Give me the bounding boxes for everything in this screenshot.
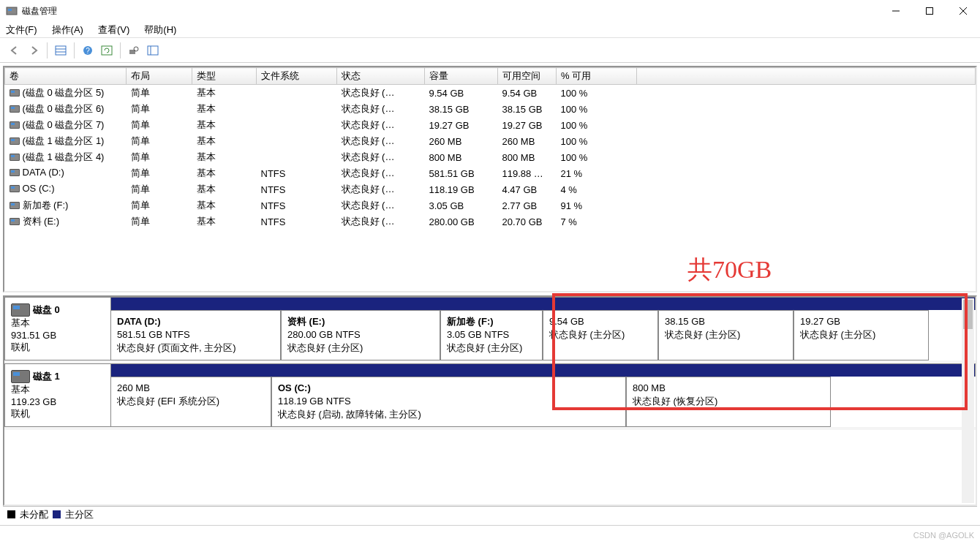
cell-status: 状态良好 (… [337,214,425,230]
cell-fs: NTFS [257,214,337,230]
close-button[interactable] [946,0,980,22]
disk-icon [11,370,30,383]
menu-help[interactable]: 帮助(H) [144,23,176,37]
menu-file[interactable]: 文件(F) [6,23,37,37]
cell-fs: NTFS [257,197,337,214]
table-row[interactable]: (磁盘 0 磁盘分区 5)简单基本状态良好 (…9.54 GB9.54 GB10… [5,85,976,102]
column-headers: 卷 布局 类型 文件系统 状态 容量 可用空间 % 可用 [5,68,976,85]
cell-status: 状态良好 (… [337,165,425,181]
volume-name: DATA (D:) [23,167,64,178]
disk-info[interactable]: 磁盘 1基本119.23 GB联机 [4,363,110,427]
toolbar: ? [0,38,980,63]
cell-pct: 4 % [557,181,637,197]
legend-unallocated-label: 未分配 [20,508,48,521]
volume-name: (磁盘 1 磁盘分区 4) [23,151,105,164]
refresh-icon[interactable] [98,42,116,59]
col-filesystem[interactable]: 文件系统 [257,68,337,85]
menu-action[interactable]: 操作(A) [52,23,83,37]
cell-layout: 简单 [127,133,192,149]
partition-block[interactable]: 资料 (E:)280.00 GB NTFS状态良好 (主分区) [281,310,440,360]
cell-type: 基本 [192,101,257,117]
col-volume[interactable]: 卷 [5,68,127,85]
settings-icon[interactable] [125,42,143,59]
watermark: CSDN @AGOLK [913,531,974,540]
cell-layout: 简单 [127,85,192,102]
cell-status: 状态良好 (… [337,181,425,197]
svg-point-13 [134,47,138,51]
partition-block[interactable]: 9.54 GB状态良好 (主分区) [543,310,658,360]
col-capacity[interactable]: 容量 [425,68,498,85]
svg-rect-1 [8,9,12,11]
partition-status: 状态良好 (EFI 系统分区) [117,395,265,408]
volume-name: (磁盘 1 磁盘分区 1) [23,135,105,148]
titlebar: 磁盘管理 [0,0,980,22]
toolbar-separator [120,42,121,58]
partition-status: 状态良好 (主分区) [447,341,536,355]
table-row[interactable]: (磁盘 1 磁盘分区 1)简单基本状态良好 (…260 MB260 MB100 … [5,133,976,149]
cell-free: 800 MB [498,149,557,165]
cell-layout: 简单 [127,181,192,197]
volume-icon [10,105,20,113]
table-row[interactable]: OS (C:)简单基本NTFS状态良好 (…118.19 GB4.47 GB4 … [5,181,976,197]
partition-size: 280.00 GB NTFS [287,328,434,341]
cell-layout: 简单 [127,214,192,230]
disk-type: 基本 [11,317,105,330]
volume-table[interactable]: 卷 布局 类型 文件系统 状态 容量 可用空间 % 可用 (磁盘 0 磁盘分区 … [4,67,976,230]
disk-info[interactable]: 磁盘 0基本931.51 GB联机 [4,297,110,360]
table-row[interactable]: (磁盘 1 磁盘分区 4)简单基本状态良好 (…800 MB800 MB100 … [5,149,976,165]
partition-block[interactable]: DATA (D:)581.51 GB NTFS状态良好 (页面文件, 主分区) [110,310,281,360]
partition-size: 38.15 GB [665,315,787,328]
col-layout[interactable]: 布局 [127,68,192,85]
col-pctfree[interactable]: % 可用 [557,68,637,85]
toolbar-separator [47,42,48,58]
nav-back-button[interactable] [6,42,23,59]
volume-name: OS (C:) [23,183,55,194]
partition-block[interactable]: 新加卷 (F:)3.05 GB NTFS状态良好 (主分区) [440,310,543,360]
volume-list-pane: 卷 布局 类型 文件系统 状态 容量 可用空间 % 可用 (磁盘 0 磁盘分区 … [3,66,977,292]
cell-capacity: 260 MB [425,133,498,149]
table-row[interactable]: 新加卷 (F:)简单基本NTFS状态良好 (…3.05 GB2.77 GB91 … [5,197,976,214]
partition-stripe [110,363,976,377]
list-icon[interactable] [144,42,162,59]
vertical-scrollbar[interactable] [962,298,974,503]
partition-status: 状态良好 (主分区) [287,341,434,355]
col-filler [637,68,976,85]
volume-icon [10,202,20,209]
col-free[interactable]: 可用空间 [498,68,557,85]
disk-graphic-pane: 磁盘 0基本931.51 GB联机DATA (D:)581.51 GB NTFS… [3,295,977,506]
legend-unallocated-swatch [7,510,15,518]
content-area: 卷 布局 类型 文件系统 状态 容量 可用空间 % 可用 (磁盘 0 磁盘分区 … [0,63,980,525]
maximize-button[interactable] [913,0,946,22]
col-status[interactable]: 状态 [337,68,425,85]
cell-pct: 91 % [557,197,637,214]
table-view-icon[interactable] [52,42,69,59]
menu-view[interactable]: 查看(V) [98,23,129,37]
legend-primary-swatch [53,510,61,518]
partition-name: 资料 (E:) [287,315,434,328]
partition-block[interactable]: 38.15 GB状态良好 (主分区) [658,310,794,360]
table-row[interactable]: (磁盘 0 磁盘分区 6)简单基本状态良好 (…38.15 GB38.15 GB… [5,101,976,117]
help-icon[interactable]: ? [79,42,97,59]
table-row[interactable]: 资料 (E:)简单基本NTFS状态良好 (…280.00 GB20.70 GB7… [5,214,976,230]
partition-block[interactable]: 800 MB状态良好 (恢复分区) [626,377,831,427]
partition-block[interactable]: OS (C:)118.19 GB NTFS状态良好 (启动, 故障转储, 主分区… [271,377,626,427]
partition-block[interactable]: 260 MB状态良好 (EFI 系统分区) [110,377,271,427]
cell-pct: 100 % [557,85,637,102]
partition-block[interactable]: 19.27 GB状态良好 (主分区) [794,310,929,360]
col-type[interactable]: 类型 [192,68,257,85]
cell-free: 19.27 GB [498,117,557,133]
volume-name: (磁盘 0 磁盘分区 7) [23,118,105,132]
cell-status: 状态良好 (… [337,85,425,102]
disk-row: 磁盘 1基本119.23 GB联机260 MB状态良好 (EFI 系统分区)OS… [4,363,976,430]
nav-forward-button[interactable] [25,42,42,59]
disk-status: 联机 [11,407,105,420]
partition-size: 800 MB [633,382,824,395]
volume-name: 新加卷 (F:) [23,199,69,212]
cell-type: 基本 [192,149,257,165]
table-row[interactable]: (磁盘 0 磁盘分区 7)简单基本状态良好 (…19.27 GB19.27 GB… [5,117,976,133]
svg-rect-11 [102,46,112,55]
minimize-button[interactable] [879,0,913,22]
cell-layout: 简单 [127,117,192,133]
partition-status: 状态良好 (主分区) [665,328,787,341]
table-row[interactable]: DATA (D:)简单基本NTFS状态良好 (…581.51 GB119.88 … [5,165,976,181]
